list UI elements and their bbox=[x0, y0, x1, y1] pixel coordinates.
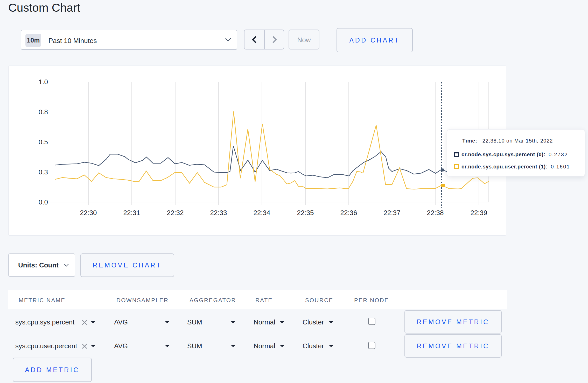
svg-text:22:38: 22:38 bbox=[427, 209, 444, 217]
svg-text:22:33: 22:33 bbox=[210, 209, 227, 217]
svg-text:0.8: 0.8 bbox=[39, 108, 48, 116]
svg-text:22:37: 22:37 bbox=[383, 209, 400, 217]
svg-text:1.0: 1.0 bbox=[39, 78, 48, 86]
svg-text:0.3: 0.3 bbox=[39, 168, 48, 176]
svg-text:22:32: 22:32 bbox=[167, 209, 184, 217]
svg-text:22:35: 22:35 bbox=[297, 209, 314, 217]
svg-text:22:39: 22:39 bbox=[470, 209, 487, 217]
svg-text:22:31: 22:31 bbox=[123, 209, 140, 217]
svg-text:22:36: 22:36 bbox=[340, 209, 357, 217]
svg-text:22:34: 22:34 bbox=[253, 209, 270, 217]
svg-text:0.5: 0.5 bbox=[39, 138, 48, 146]
svg-text:0.0: 0.0 bbox=[39, 198, 48, 206]
svg-text:22:30: 22:30 bbox=[80, 209, 97, 217]
